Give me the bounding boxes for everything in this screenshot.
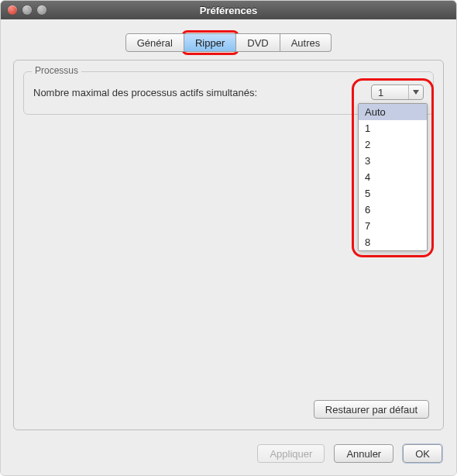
dropdown-item[interactable]: 3: [359, 153, 427, 169]
dropdown-item[interactable]: 7: [359, 218, 427, 234]
dropdown-item[interactable]: Auto: [359, 104, 427, 120]
dropdown-item[interactable]: 8: [359, 234, 427, 250]
close-icon[interactable]: [8, 5, 17, 15]
group-row: Nombre maximal des processus actifs simu…: [24, 72, 433, 100]
cancel-button[interactable]: Annuler: [334, 444, 393, 463]
chevron-down-icon: [408, 85, 423, 99]
restore-defaults-button[interactable]: Restaurer par défaut: [314, 400, 429, 419]
dropdown-item[interactable]: 1: [359, 120, 427, 136]
dropdown-item[interactable]: 5: [359, 185, 427, 202]
tab-ripper[interactable]: Ripper: [184, 33, 236, 52]
combo-value: 1: [378, 87, 408, 98]
tab-bar: Général Ripper DVD Autres: [1, 33, 456, 52]
traffic-lights: [8, 5, 46, 15]
tab-autres[interactable]: Autres: [280, 33, 332, 52]
tab-general[interactable]: Général: [125, 33, 184, 52]
group-title: Processus: [32, 65, 81, 76]
dropdown-item[interactable]: 2: [359, 136, 427, 153]
concurrent-processes-combo[interactable]: 1: [371, 85, 424, 100]
window-body: Général Ripper DVD Autres Processus Nomb…: [1, 19, 456, 475]
content-panel: Processus Nombre maximal des processus a…: [13, 60, 444, 430]
preferences-window: Préférences Général Ripper DVD Autres Pr…: [0, 0, 457, 476]
tab-dvd[interactable]: DVD: [236, 33, 280, 52]
concurrent-processes-label: Nombre maximal des processus actifs simu…: [33, 87, 257, 98]
dropdown-item[interactable]: 6: [359, 202, 427, 218]
footer-buttons: Appliquer Annuler OK: [257, 444, 442, 463]
zoom-icon[interactable]: [37, 5, 46, 15]
apply-button: Appliquer: [257, 444, 325, 463]
concurrent-processes-dropdown[interactable]: Auto 1 2 3 4 5 6 7 8: [358, 103, 428, 251]
window-title: Préférences: [1, 5, 456, 16]
dropdown-item[interactable]: 4: [359, 169, 427, 185]
titlebar: Préférences: [1, 1, 456, 20]
minimize-icon[interactable]: [22, 5, 32, 15]
ok-button[interactable]: OK: [403, 444, 442, 463]
